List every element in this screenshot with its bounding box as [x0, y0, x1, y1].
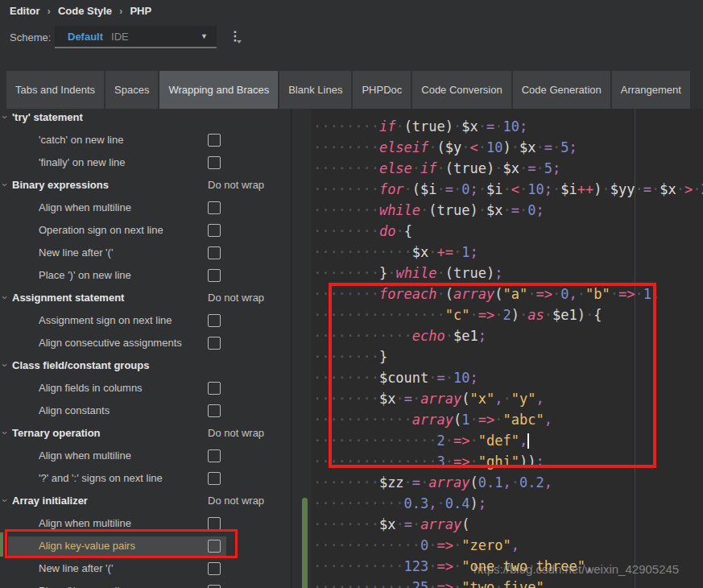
row-checkbox[interactable] — [208, 562, 221, 575]
tree-row[interactable]: 'catch' on new line — [0, 129, 290, 151]
code-token: $i — [420, 181, 436, 197]
code-line: ········$x·=·array( — [313, 514, 703, 535]
tree-row[interactable]: ›Binary expressionsDo not wrap — [0, 174, 290, 197]
tree-row[interactable]: Align consecutive assignments — [0, 332, 290, 354]
chevron-expanded-icon[interactable]: › — [0, 115, 11, 118]
code-token: "zero" — [461, 537, 511, 553]
whitespace-dots: · — [511, 139, 519, 155]
row-checkbox[interactable] — [208, 134, 221, 147]
code-token: ; — [544, 181, 552, 197]
code-token: = — [643, 181, 651, 197]
code-token: , — [503, 474, 511, 491]
breadcrumb-separator-icon: › — [48, 5, 51, 17]
row-checkbox[interactable] — [208, 224, 221, 237]
chevron-expanded-icon[interactable]: › — [0, 296, 11, 299]
whitespace-dots: · — [461, 139, 469, 155]
tree-row-label: Place ')' on new line — [39, 585, 131, 588]
watermark: https://blog.csdn.net/weixin_42905245 — [473, 562, 679, 576]
tree-row[interactable]: ›Class field/constant groups — [0, 354, 290, 377]
scheme-actions-kebab-icon[interactable]: ⋮ — [229, 28, 242, 46]
row-checkbox[interactable] — [208, 472, 221, 485]
wrap-value[interactable]: Do not wrap — [208, 495, 264, 507]
tree-row[interactable]: Align when multiline — [0, 197, 290, 219]
row-checkbox[interactable] — [208, 449, 221, 462]
row-checkbox[interactable] — [208, 314, 221, 327]
code-token: ( — [461, 516, 469, 532]
row-checkbox[interactable] — [208, 585, 221, 588]
code-token: $x — [412, 244, 428, 260]
code-token: $i — [560, 181, 577, 197]
tree-row-label: 'try' statement — [12, 111, 83, 123]
tree-row[interactable]: Align when multiline — [0, 445, 290, 467]
chevron-expanded-icon[interactable]: › — [0, 363, 11, 366]
row-checkbox[interactable] — [208, 269, 221, 282]
whitespace-dots: · — [453, 558, 461, 574]
tree-row-label: Ternary operation — [12, 427, 101, 439]
whitespace-dots: · — [602, 181, 610, 197]
code-token: ; — [552, 160, 560, 176]
code-token: 25 — [412, 579, 428, 588]
row-checkbox[interactable] — [208, 337, 221, 350]
tab-code-conversion[interactable]: Code Conversion — [412, 71, 511, 109]
whitespace-dots: · — [502, 202, 511, 218]
tree-row[interactable]: '?' and ':' signs on next line — [0, 467, 290, 490]
breadcrumb-item-code-style[interactable]: Code Style — [58, 5, 112, 17]
row-checkbox[interactable] — [208, 246, 221, 259]
row-checkbox[interactable] — [208, 156, 221, 169]
code-token: if — [420, 160, 436, 176]
chevron-expanded-icon[interactable]: › — [0, 183, 11, 186]
code-token: 123 — [404, 558, 429, 574]
tree-row[interactable]: ›Array initializerDo not wrap — [0, 490, 290, 512]
chevron-expanded-icon[interactable]: › — [0, 499, 11, 502]
scheme-value-primary: Default — [68, 31, 103, 43]
code-token: $x — [503, 160, 519, 176]
settings-window: Editor › Code Style › PHP Scheme: Defaul… — [0, 0, 703, 588]
breadcrumb-item-editor[interactable]: Editor — [10, 5, 40, 17]
code-token: ; — [536, 202, 544, 218]
tree-row[interactable]: Place ')' on new line — [0, 264, 290, 287]
row-checkbox[interactable] — [208, 382, 221, 395]
tree-row[interactable]: New line after '(' — [0, 557, 290, 580]
tab-blank-lines[interactable]: Blank Lines — [279, 71, 351, 109]
whitespace-dots: ········ — [313, 118, 379, 135]
row-checkbox[interactable] — [208, 517, 221, 530]
wrap-value[interactable]: Do not wrap — [208, 179, 264, 191]
tree-row-label: Operation sign on next line — [39, 224, 163, 236]
tab-arrangement[interactable]: Arrangement — [612, 71, 690, 109]
tree-row[interactable]: Assignment sign on next line — [0, 309, 290, 332]
whitespace-dots: · — [519, 181, 527, 197]
tree-row[interactable]: ›Ternary operationDo not wrap — [0, 422, 290, 445]
row-checkbox[interactable] — [208, 201, 221, 214]
whitespace-dots: · — [511, 474, 519, 491]
tab-wrapping-and-braces[interactable]: Wrapping and Braces — [159, 71, 278, 109]
scheme-dropdown[interactable]: Default IDE ▼ — [55, 26, 217, 48]
breadcrumb-item-php[interactable]: PHP — [130, 5, 151, 17]
tab-tabs-and-indents[interactable]: Tabs and Indents — [6, 71, 104, 109]
whitespace-dots: · — [478, 181, 486, 197]
code-line: ········while·(true)·$x·=·0; — [313, 200, 703, 221]
tree-row[interactable]: 'finally' on new line — [0, 151, 290, 174]
wrap-value[interactable]: Do not wrap — [208, 292, 264, 304]
code-token: => — [437, 558, 453, 574]
code-token: < — [511, 181, 519, 197]
row-checkbox[interactable] — [208, 404, 221, 417]
tab-phpdoc[interactable]: PHPDoc — [353, 71, 411, 109]
code-token: $x — [660, 181, 676, 197]
whitespace-dots: · — [651, 181, 660, 197]
whitespace-dots: ········ — [313, 202, 379, 218]
tree-row[interactable]: Place ')' on new line — [0, 580, 290, 588]
tree-row[interactable]: Operation sign on next line — [0, 219, 290, 242]
code-token: > — [684, 181, 693, 197]
tree-row[interactable]: New line after '(' — [0, 242, 290, 264]
wrap-value[interactable]: Do not wrap — [208, 427, 264, 439]
scheme-value-secondary: IDE — [111, 31, 129, 43]
tree-row[interactable]: ›Assignment statementDo not wrap — [0, 287, 290, 309]
tree-row[interactable]: ›'try' statement — [0, 109, 290, 129]
tab-spaces[interactable]: Spaces — [105, 71, 158, 109]
chevron-expanded-icon[interactable]: › — [0, 431, 11, 434]
tab-code-generation[interactable]: Code Generation — [513, 71, 610, 109]
tree-row[interactable]: Align fields in columns — [0, 377, 290, 400]
whitespace-dots: · — [536, 160, 544, 176]
whitespace-dots: · — [453, 118, 461, 135]
tree-row[interactable]: Align constants — [0, 400, 290, 422]
